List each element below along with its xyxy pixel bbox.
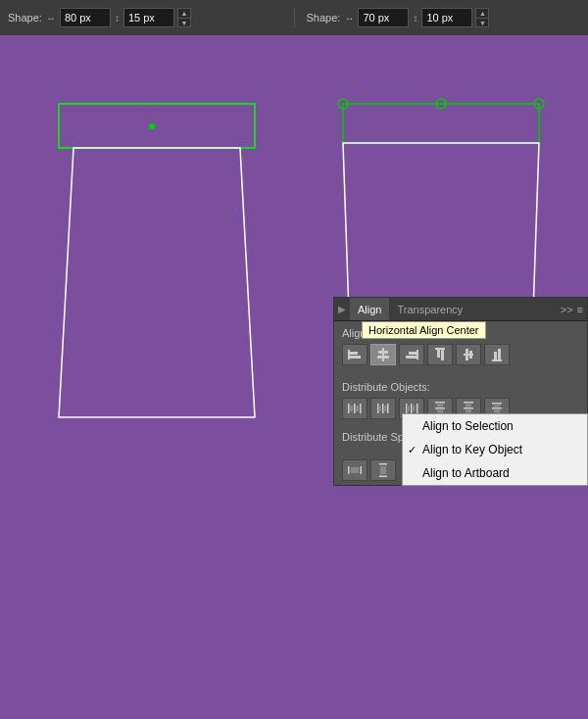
toolbar-right: Shape: ↔ ↕ ▲ ▼: [294, 8, 581, 27]
tab-transparency-label: Transparency: [397, 304, 463, 315]
svg-rect-38: [413, 406, 416, 411]
svg-rect-30: [382, 404, 384, 413]
svg-rect-37: [407, 406, 410, 411]
svg-rect-52: [494, 405, 500, 407]
height-input-left[interactable]: [123, 8, 174, 27]
svg-rect-55: [361, 466, 363, 474]
left-cup: [49, 94, 265, 439]
tab-align[interactable]: Align: [350, 298, 389, 320]
svg-rect-15: [435, 348, 445, 350]
spinners-right: ▲ ▼: [475, 8, 489, 27]
align-to-dropdown: Align to Selection ✓ Align to Key Object…: [402, 413, 588, 486]
svg-rect-36: [416, 404, 418, 413]
svg-rect-39: [435, 402, 445, 404]
spin-down-right[interactable]: ▼: [475, 18, 489, 27]
svg-rect-58: [379, 476, 387, 478]
left-cup-svg: [49, 94, 265, 437]
shape-label-right: Shape:: [307, 12, 341, 24]
dist-space-h-btn[interactable]: [342, 459, 368, 481]
svg-rect-2: [343, 104, 539, 143]
width-icon-right: ↔: [344, 13, 354, 24]
align-bottom-btn[interactable]: [484, 344, 510, 365]
svg-rect-1: [149, 123, 155, 129]
svg-rect-28: [356, 406, 359, 411]
width-icon-left: ↔: [46, 13, 56, 24]
svg-rect-45: [464, 407, 473, 409]
svg-rect-56: [351, 467, 359, 473]
tab-transparency[interactable]: Transparency: [389, 298, 470, 320]
svg-rect-8: [350, 356, 361, 359]
svg-rect-49: [492, 403, 502, 405]
toolbar-left: Shape: ↔ ↕ ▲ ▼: [8, 8, 282, 27]
svg-rect-48: [466, 409, 471, 413]
svg-rect-35: [411, 404, 413, 413]
svg-rect-19: [466, 349, 468, 360]
dropdown-item-selection[interactable]: Align to Selection: [403, 414, 587, 438]
svg-rect-17: [441, 350, 444, 360]
align-top-btn[interactable]: [427, 344, 453, 365]
svg-rect-20: [469, 351, 472, 359]
dropdown-item-key-object[interactable]: ✓ Align to Key Object: [403, 438, 587, 461]
svg-rect-50: [492, 407, 502, 409]
align-objects-row: Horizontal Align Center: [342, 344, 579, 365]
svg-rect-42: [437, 404, 443, 407]
width-input-right[interactable]: [358, 8, 409, 27]
svg-rect-13: [409, 352, 416, 355]
distribute-objects-label: Distribute Objects:: [342, 381, 579, 393]
align-center-btn[interactable]: Horizontal Align Center: [370, 344, 396, 365]
width-input-left[interactable]: [60, 8, 111, 27]
dropdown-item-artboard[interactable]: Align to Artboard: [403, 461, 587, 485]
svg-rect-33: [384, 406, 387, 411]
spin-up-right[interactable]: ▲: [475, 8, 489, 18]
toolbar: Shape: ↔ ↕ ▲ ▼ Shape: ↔ ↕ ▲ ▼: [0, 0, 588, 35]
svg-rect-10: [378, 351, 388, 354]
dropdown-selection-label: Align to Selection: [422, 419, 514, 433]
svg-rect-43: [437, 409, 443, 413]
svg-rect-40: [435, 407, 445, 409]
svg-rect-0: [59, 104, 255, 148]
svg-rect-12: [416, 350, 418, 360]
svg-rect-7: [350, 352, 358, 355]
svg-rect-32: [378, 406, 381, 411]
check-mark-icon: ✓: [408, 444, 416, 456]
svg-rect-53: [494, 409, 500, 413]
svg-rect-31: [387, 404, 389, 413]
spinners-left: ▲ ▼: [177, 8, 191, 27]
panel-menu-btn[interactable]: ≡: [577, 304, 583, 315]
svg-rect-14: [406, 356, 416, 359]
height-icon-right: ↕: [413, 13, 417, 24]
svg-rect-57: [379, 463, 387, 465]
svg-rect-47: [466, 404, 471, 407]
svg-rect-24: [348, 404, 350, 413]
align-left-btn[interactable]: [342, 344, 368, 365]
height-icon-left: ↕: [115, 13, 120, 24]
svg-rect-25: [354, 404, 356, 413]
spin-up-left[interactable]: ▲: [177, 8, 191, 18]
canvas-area: ▶ Align Transparency >> ≡ Align Objects:: [0, 35, 588, 486]
svg-rect-27: [350, 406, 353, 411]
dist-left-btn[interactable]: [342, 398, 368, 419]
svg-rect-11: [377, 356, 389, 359]
dropdown-artboard-label: Align to Artboard: [422, 466, 510, 480]
panel-expand-btn[interactable]: >>: [561, 304, 573, 315]
align-objects-section: Align Objects: Horizontal Align Center: [334, 321, 587, 375]
align-middle-btn[interactable]: [456, 344, 481, 365]
svg-rect-22: [494, 352, 497, 360]
svg-rect-26: [360, 404, 362, 413]
svg-rect-9: [382, 348, 384, 361]
svg-rect-54: [348, 466, 350, 474]
panel-controls-right: >> ≡: [561, 304, 583, 315]
dist-center-h-btn[interactable]: [370, 398, 396, 419]
panel-tabs: ▶ Align Transparency >> ≡: [334, 298, 587, 321]
spin-down-left[interactable]: ▼: [177, 18, 191, 27]
align-center-tooltip: Horizontal Align Center: [362, 321, 486, 339]
shape-label-left: Shape:: [8, 12, 42, 24]
height-input-right[interactable]: [421, 8, 472, 27]
dist-space-v-btn[interactable]: [370, 459, 396, 481]
svg-rect-21: [492, 360, 502, 361]
svg-rect-23: [498, 349, 501, 360]
align-panel-overlay: ▶ Align Transparency >> ≡ Align Objects:: [333, 297, 588, 486]
svg-rect-44: [464, 402, 473, 404]
align-right-btn[interactable]: [399, 344, 424, 365]
dropdown-key-object-label: Align to Key Object: [422, 443, 522, 456]
